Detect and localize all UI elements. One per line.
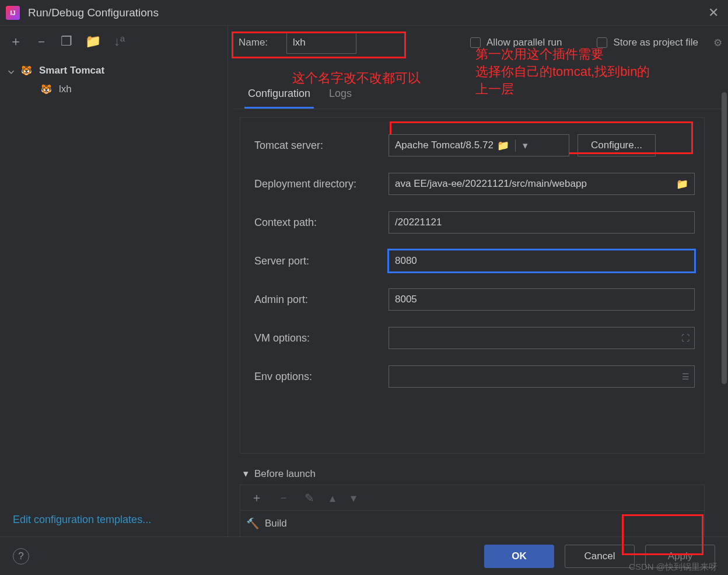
tab-logs[interactable]: Logs (326, 82, 355, 109)
tomcat-icon: 🐯 (21, 65, 32, 76)
store-project-label: Store as project file (613, 37, 698, 48)
checkbox-icon (470, 37, 481, 48)
edit-templates-link[interactable]: Edit configuration templates... (0, 503, 228, 536)
env-options-field[interactable]: ☰ (388, 365, 695, 388)
config-tree: ⌵ 🐯 Smart Tomcat 🐯 lxh (0, 57, 228, 503)
checkbox-icon (597, 37, 607, 48)
sidebar: ＋ － ❐ 📁 ↓ª ⌵ 🐯 Smart Tomcat 🐯 lxh Edit c… (0, 26, 228, 536)
add-icon[interactable]: ＋ (251, 490, 262, 506)
allow-parallel-checkbox[interactable]: Allow parallel run (470, 37, 562, 48)
cancel-button[interactable]: Cancel (565, 545, 635, 568)
tomcat-server-label: Tomcat server: (250, 140, 388, 152)
config-form: Tomcat server: Apache Tomcat/8.5.72 📁 ▾ … (240, 117, 705, 454)
triangle-down-icon: ▾ (243, 468, 249, 480)
down-icon[interactable]: ▾ (351, 491, 356, 505)
name-input[interactable] (286, 32, 356, 54)
before-launch-header[interactable]: ▾ Before launch (240, 463, 705, 485)
store-project-checkbox[interactable]: Store as project file (597, 37, 698, 48)
tree-item-label: lxh (59, 83, 72, 95)
main-pane: Name: Allow parallel run Store as projec… (228, 26, 728, 536)
watermark: CSDN @快到锅里来呀 (629, 562, 718, 573)
help-button[interactable]: ? (13, 548, 29, 564)
expand-icon[interactable]: ⛶ (681, 333, 690, 343)
admin-port-label: Admin port: (250, 294, 388, 306)
server-port-field[interactable] (388, 250, 695, 272)
deployment-dir-label: Deployment directory: (250, 178, 388, 190)
scrollbar[interactable] (720, 35, 728, 531)
copy-icon[interactable]: ❐ (61, 34, 72, 49)
vm-options-label: VM options: (250, 332, 388, 344)
tomcat-server-value: Apache Tomcat/8.5.72 (395, 140, 494, 151)
remove-icon[interactable]: － (35, 33, 48, 50)
intellij-icon: IJ (6, 6, 20, 20)
tree-item-lxh[interactable]: 🐯 lxh (0, 80, 228, 99)
configure-button[interactable]: Configure... (578, 134, 656, 156)
up-icon[interactable]: ▴ (330, 491, 335, 505)
context-path-field[interactable] (388, 211, 695, 234)
tree-group-label: Smart Tomcat (39, 65, 104, 76)
chevron-down-icon: ▾ (515, 140, 535, 152)
context-path-input[interactable] (395, 217, 688, 228)
admin-port-input[interactable] (395, 294, 688, 305)
before-launch-toolbar: ＋ － ✎ ▴ ▾ (240, 485, 705, 510)
chevron-down-icon: ⌵ (8, 64, 16, 76)
context-path-label: Context path: (250, 217, 388, 229)
row-tomcat-server: Tomcat server: Apache Tomcat/8.5.72 📁 ▾ … (250, 131, 695, 160)
scrollbar-thumb[interactable] (722, 92, 727, 384)
row-vm-options: VM options: ⛶ (250, 323, 695, 353)
window-title: Run/Debug Configurations (28, 6, 705, 19)
tab-configuration[interactable]: Configuration (244, 82, 314, 109)
deployment-dir-input[interactable] (395, 178, 673, 190)
folder-icon: 📁 (497, 140, 509, 152)
env-options-input[interactable] (395, 371, 688, 382)
env-options-label: Env options: (250, 371, 388, 383)
before-launch-title: Before launch (254, 468, 316, 480)
name-label: Name: (234, 37, 276, 48)
row-deployment-dir: Deployment directory: 📁 (250, 169, 695, 198)
remove-icon[interactable]: － (278, 490, 289, 506)
save-template-icon[interactable]: 📁 (85, 34, 101, 49)
footer: ? OK Cancel Apply (0, 536, 728, 575)
before-launch-section: ▾ Before launch ＋ － ✎ ▴ ▾ 🔨 Build (240, 463, 705, 536)
tree-group-smart-tomcat[interactable]: ⌵ 🐯 Smart Tomcat (0, 61, 228, 80)
ok-button[interactable]: OK (484, 545, 554, 568)
list-icon[interactable]: ☰ (682, 372, 690, 381)
row-context-path: Context path: (250, 208, 695, 237)
close-icon[interactable]: ✕ (705, 5, 722, 20)
row-env-options: Env options: ☰ (250, 362, 695, 391)
admin-port-field[interactable] (388, 288, 695, 311)
vm-options-field[interactable]: ⛶ (388, 327, 695, 349)
titlebar: IJ Run/Debug Configurations ✕ (0, 0, 728, 26)
allow-parallel-label: Allow parallel run (487, 37, 562, 48)
add-icon[interactable]: ＋ (9, 33, 22, 50)
sidebar-toolbar: ＋ － ❐ 📁 ↓ª (0, 26, 228, 57)
build-item[interactable]: Build (265, 518, 287, 529)
vm-options-input[interactable] (395, 332, 688, 344)
folder-icon[interactable]: 📁 (676, 178, 688, 190)
edit-icon[interactable]: ✎ (304, 491, 314, 505)
tomcat-server-dropdown[interactable]: Apache Tomcat/8.5.72 📁 ▾ (388, 134, 569, 156)
name-row: Name: Allow parallel run Store as projec… (234, 26, 722, 54)
hammer-icon: 🔨 (246, 517, 259, 530)
server-port-label: Server port: (250, 255, 388, 267)
row-admin-port: Admin port: (250, 285, 695, 314)
deployment-dir-field[interactable]: 📁 (388, 173, 695, 195)
server-port-input[interactable] (395, 255, 688, 267)
tabs: Configuration Logs (234, 82, 722, 109)
tomcat-icon: 🐯 (41, 84, 52, 95)
before-launch-list: 🔨 Build (240, 510, 705, 536)
row-server-port: Server port: (250, 246, 695, 276)
sort-icon[interactable]: ↓ª (114, 34, 125, 49)
